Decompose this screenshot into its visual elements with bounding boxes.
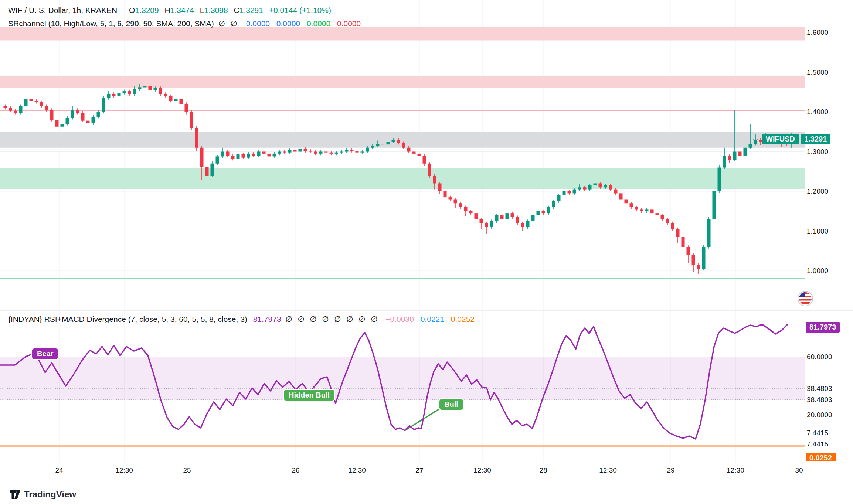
time-tick-label: 12:30 <box>599 466 617 474</box>
time-tick-label: 29 <box>667 466 674 474</box>
macd-value: 0.0221 <box>421 315 444 323</box>
hidden-bull-divergence-marker: Hidden Bull <box>283 389 335 401</box>
bull-divergence-marker: Bull <box>439 398 464 411</box>
bear-divergence-marker: Bear <box>31 348 59 360</box>
price-tick-label: 1.4000 <box>807 108 828 116</box>
sr-value-2: 0.0000 <box>276 19 300 28</box>
tradingview-logo[interactable]: TradingView <box>10 489 76 500</box>
rsi-tick-label: 60.0000 <box>807 353 832 361</box>
rsi-tick-label: 7.4415 <box>807 440 828 448</box>
close-label: C <box>234 6 239 14</box>
open-label: O <box>129 6 135 14</box>
time-tick-label: 12:30 <box>727 466 744 474</box>
rsi-tick-label: 38.4803 <box>807 396 832 404</box>
time-tick-label: 25 <box>183 466 191 474</box>
open-value: 1.3209 <box>135 6 159 14</box>
time-tick-label: 27 <box>415 466 423 474</box>
sr-value-1: 0.0000 <box>246 19 270 28</box>
symbol-title: WIF / U. S. Dollar, 1h, KRAKEN <box>8 6 117 14</box>
macd-signal-value: 0.0252 <box>451 315 475 323</box>
rsi-tick-label: 20.0000 <box>807 411 832 419</box>
macd-hist-value: −0.0030 <box>385 315 414 323</box>
price-tick-label: 1.6000 <box>807 28 828 37</box>
empty-set-icons: ∅ ∅ <box>218 19 237 28</box>
sr-value-4: 0.0000 <box>337 19 361 28</box>
time-tick-label: 12:30 <box>473 466 491 474</box>
rsi-current-badge: 81.7973 <box>806 322 840 333</box>
high-value: 1.3474 <box>170 6 194 14</box>
rsi-band <box>0 357 805 400</box>
close-value: 1.3291 <box>239 6 263 14</box>
time-tick-label: 12:30 <box>348 466 366 474</box>
srchannel-header[interactable]: SRchannel (10, High/Low, 5, 1, 6, 290, 5… <box>8 19 361 28</box>
srchannel-title: SRchannel (10, High/Low, 5, 1, 6, 290, 5… <box>8 19 214 28</box>
sr-zone-support <box>0 168 805 189</box>
price-line-drag-dots: ·· <box>752 135 759 145</box>
indicator-header[interactable]: {INDYAN} RSI+MACD Divergence (7, close, … <box>8 315 475 324</box>
price-tick-label: 1.0000 <box>807 267 828 275</box>
sr-zone-resistance <box>0 76 805 88</box>
macd-badge-clipped: 0.0252 <box>806 453 846 461</box>
change-value: +0.0144 (+1.10%) <box>269 6 331 14</box>
symbol-label-badge[interactable]: WIFUSD <box>762 134 799 144</box>
price-tick-label: 1.5000 <box>807 68 828 76</box>
low-value: 1.3098 <box>204 6 228 14</box>
macd-signal-badge: 0.0252 <box>806 453 836 461</box>
tradingview-logo-text: TradingView <box>24 489 76 500</box>
chart-root: WIF / U. S. Dollar, 1h, KRAKEN O1.3209 H… <box>0 0 853 504</box>
price-tick-label: 1.3000 <box>807 148 828 156</box>
time-tick-label: 24 <box>55 466 63 474</box>
symbol-header[interactable]: WIF / U. S. Dollar, 1h, KRAKEN O1.3209 H… <box>8 6 331 15</box>
time-tick-label: 12:30 <box>115 466 133 474</box>
sr-value-3: 0.0000 <box>307 19 330 28</box>
sr-zone-resistance-upper <box>0 27 805 40</box>
market-flag-icon[interactable] <box>797 290 813 308</box>
empty-set-icons: ∅ ∅ ∅ ∅ ∅ ∅ ∅ ∅ <box>285 315 377 324</box>
low-label: L <box>200 6 204 14</box>
high-label: H <box>165 6 170 14</box>
time-tick-label: 30 <box>795 466 803 474</box>
price-tick-label: 1.2000 <box>807 187 828 195</box>
price-tick-label: 1.1000 <box>807 227 828 235</box>
indicator-title: {INDYAN} RSI+MACD Divergence (7, close, … <box>8 315 247 323</box>
last-price-badge: 1.3291 <box>801 134 830 144</box>
indicator-current-value: 81.7973 <box>253 315 281 323</box>
time-tick-label: 28 <box>539 466 547 474</box>
rsi-tick-label: 7.4415 <box>807 429 828 437</box>
chart-svg[interactable] <box>0 0 853 504</box>
time-tick-label: 26 <box>292 466 299 474</box>
tradingview-logo-icon <box>10 490 21 500</box>
rsi-tick-label: 38.4803 <box>807 385 832 393</box>
